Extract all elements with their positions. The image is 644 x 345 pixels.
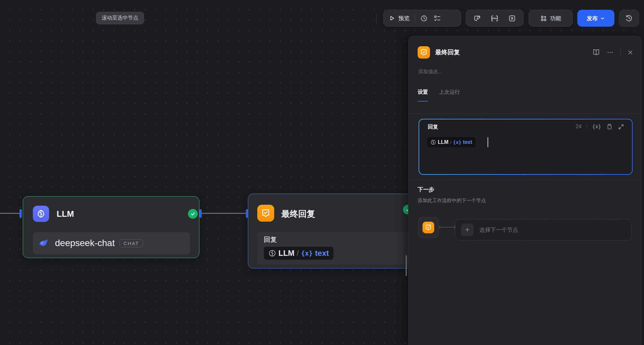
- text-cursor: [488, 137, 488, 147]
- tab-last-run[interactable]: 上次运行: [439, 89, 460, 102]
- editor-toolbar: 24 {x}: [576, 123, 624, 130]
- env-icon: ENV: [490, 14, 499, 22]
- llm-input-handle[interactable]: [20, 209, 22, 218]
- publish-label: 发布: [587, 15, 598, 22]
- env-variables-button[interactable]: ENV: [490, 14, 499, 22]
- workspace-toolbar-group: ENV: [466, 10, 524, 27]
- checklist-icon: [434, 15, 441, 22]
- expand-editor-button[interactable]: [618, 124, 624, 130]
- docs-button[interactable]: [592, 48, 600, 56]
- chat-edit-icon: [474, 15, 481, 22]
- model-name: deepseek-chat: [55, 238, 115, 248]
- llm-success-badge: [188, 209, 198, 219]
- editor-toolbar-separator: [587, 124, 587, 130]
- checklist-button[interactable]: [434, 15, 441, 22]
- model-type-badge: CHAT: [119, 239, 143, 247]
- expand-icon: [618, 124, 624, 130]
- answer-node-title: 最终回复: [281, 208, 315, 220]
- tabs-divider: [409, 114, 641, 114]
- brain-icon: [36, 209, 46, 219]
- run-history-button[interactable]: [420, 15, 428, 22]
- reply-check-icon: [420, 48, 428, 56]
- copy-button[interactable]: [606, 123, 613, 130]
- answer-section-label: 回复: [264, 235, 404, 244]
- features-label: 功能: [550, 15, 561, 22]
- current-node-thumbnail: [418, 217, 439, 238]
- variable-x-icon: [508, 15, 516, 22]
- close-panel-button[interactable]: [627, 49, 634, 56]
- header-separator: [620, 49, 621, 56]
- llm-node-icon: [33, 206, 49, 222]
- llm-node[interactable]: LLM deepseek-chat CHAT: [23, 196, 199, 258]
- reply-editor[interactable]: 回复 24 {x}: [419, 119, 633, 175]
- features-grid-plus-icon: [540, 15, 547, 22]
- select-next-node-placeholder: 选择下一个节点: [479, 226, 518, 234]
- node-config-panel: 最终回复 添加描述... 设置 上次运行 回复: [408, 36, 642, 345]
- reply-check-icon: [261, 208, 271, 218]
- next-step-title: 下一步: [418, 186, 434, 193]
- conversation-variables-button[interactable]: [508, 15, 516, 22]
- panel-header-actions: [592, 48, 634, 56]
- chip-separator: /: [450, 140, 451, 145]
- select-next-node-button[interactable]: + 选择下一个节点: [455, 219, 632, 241]
- more-options-button[interactable]: [607, 49, 614, 56]
- chip-field-name: text: [315, 249, 329, 258]
- chip-node-name: LLM: [278, 249, 294, 258]
- llm-model-selector[interactable]: deepseek-chat CHAT: [33, 232, 190, 254]
- version-history-button[interactable]: [619, 10, 639, 27]
- edge-incoming: [0, 213, 20, 214]
- reply-check-icon: [425, 224, 432, 231]
- reply-editor-label: 回复: [428, 124, 438, 131]
- clipboard-icon: [606, 123, 613, 130]
- plus-icon: +: [461, 224, 474, 236]
- run-toolbar-group: 预览: [383, 10, 461, 27]
- ellipsis-icon: [607, 49, 614, 56]
- variable-chip[interactable]: LLM / {x} text: [427, 137, 476, 147]
- next-step-hint: 添加此工作流程中的下一个节点: [418, 198, 486, 204]
- answer-panel-icon: [418, 46, 430, 59]
- chip-variable-braces: {x}: [301, 249, 313, 257]
- check-icon: [190, 211, 195, 216]
- clock-icon: [420, 15, 428, 22]
- toolbar-divider: [376, 14, 377, 23]
- env-icon-label: ENV: [492, 17, 498, 20]
- chevron-down-icon: [600, 16, 605, 21]
- section-divider: [409, 180, 641, 180]
- preview-button[interactable]: 预览: [389, 15, 409, 22]
- edge-llm-to-answer[interactable]: [202, 213, 247, 214]
- scroll-to-node-tooltip: 滚动至选中节点: [96, 12, 144, 24]
- panel-tabs: 设置 上次运行: [418, 89, 460, 102]
- group-separator: [415, 14, 415, 22]
- play-icon: [389, 15, 395, 21]
- answer-node-icon: [257, 205, 274, 222]
- llm-chip-icon: [430, 139, 436, 145]
- chip-field-name: text: [463, 139, 472, 145]
- answer-node[interactable]: 最终回复 回复 LLM / {x} text: [248, 194, 417, 269]
- panel-header: 最终回复: [418, 46, 634, 59]
- llm-chip-icon: [268, 249, 276, 257]
- llm-output-handle[interactable]: [199, 209, 202, 218]
- char-count: 24: [576, 124, 582, 130]
- features-button[interactable]: 功能: [529, 10, 573, 27]
- publish-button[interactable]: 发布: [577, 10, 614, 27]
- chip-node-name: LLM: [438, 139, 449, 145]
- tab-settings[interactable]: 设置: [418, 89, 428, 102]
- close-icon: [627, 49, 634, 56]
- preview-label: 预览: [398, 15, 409, 22]
- open-book-icon: [592, 48, 600, 56]
- insert-variable-icon[interactable]: {x}: [592, 124, 601, 130]
- variable-chip: LLM / {x} text: [264, 247, 333, 260]
- next-step-connector: [439, 227, 455, 228]
- answer-node-mini-icon: [423, 222, 434, 233]
- annotation-button[interactable]: [474, 15, 481, 22]
- history-restore-icon: [625, 14, 633, 22]
- chip-variable-braces: {x}: [453, 140, 461, 145]
- deepseek-whale-icon: [38, 237, 50, 249]
- reply-editor-inner[interactable]: 回复 24 {x}: [419, 119, 632, 174]
- chip-separator: /: [297, 249, 299, 257]
- panel-title: 最终回复: [435, 48, 592, 57]
- answer-reply-section: 回复 LLM / {x} text: [257, 232, 410, 265]
- llm-node-title: LLM: [57, 209, 74, 219]
- panel-resize-handle[interactable]: [406, 255, 407, 276]
- description-placeholder[interactable]: 添加描述...: [418, 69, 442, 75]
